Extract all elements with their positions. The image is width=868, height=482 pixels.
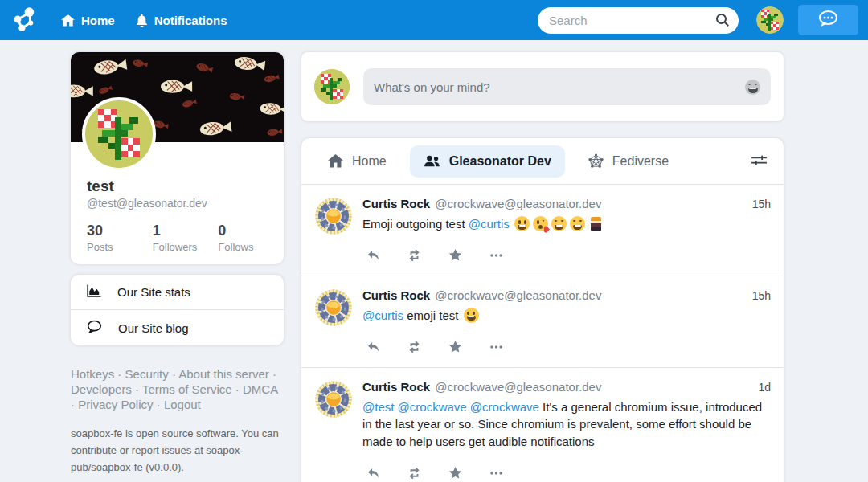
- filter-sliders-icon[interactable]: [747, 150, 771, 173]
- repost-icon: [407, 248, 422, 263]
- pixel-flower-avatar: [756, 6, 784, 34]
- repost-button[interactable]: [407, 340, 422, 354]
- more-button[interactable]: [489, 248, 504, 263]
- tab-gleasonator-dev[interactable]: Gleasonator Dev: [410, 145, 565, 178]
- ellipsis-icon: [489, 248, 504, 263]
- ellipsis-icon: [489, 340, 504, 354]
- post-timestamp[interactable]: 1d: [758, 381, 771, 394]
- footer-link-privacy-policy[interactable]: Privacy Policy: [78, 398, 153, 411]
- bell-icon: [136, 14, 148, 27]
- joy-emoji-icon[interactable]: [745, 80, 760, 95]
- chat-button[interactable]: [798, 5, 858, 35]
- compose-card: What's on your mind?: [301, 52, 784, 121]
- mention-link[interactable]: @test: [362, 400, 394, 414]
- mention-link[interactable]: @curtis: [469, 217, 510, 231]
- stat-followers[interactable]: 1 Followers: [153, 223, 219, 253]
- reply-button[interactable]: [366, 466, 381, 480]
- sidebar-footer: Hotkeys · Security · About this server ·…: [71, 366, 284, 476]
- post-body: @curtis emoji test: [362, 307, 771, 325]
- sidebar-item-label: Our Site blog: [118, 321, 189, 335]
- account-avatar[interactable]: [756, 6, 784, 34]
- stat-follows[interactable]: 0 Follows: [218, 223, 284, 253]
- chat-bubble-icon: [817, 10, 839, 31]
- post-body: Emoji outgoing test @curtis: [362, 215, 771, 233]
- star-icon: [448, 248, 463, 263]
- post-timestamp[interactable]: 15h: [752, 289, 771, 302]
- reply-button[interactable]: [366, 248, 381, 263]
- post-author-avatar[interactable]: [314, 288, 353, 327]
- post-author-avatar[interactable]: [314, 380, 353, 419]
- sidebar-item-site-stats[interactable]: Our Site stats: [71, 275, 284, 309]
- emoji-beam: [570, 216, 585, 231]
- star-icon: [448, 466, 463, 480]
- star-button[interactable]: [448, 248, 463, 263]
- profile-card: test @test@gleasonator.dev 30 Posts 1 Fo…: [71, 52, 284, 264]
- reply-icon: [366, 466, 381, 480]
- left-sidebar: test @test@gleasonator.dev 30 Posts 1 Fo…: [71, 52, 284, 476]
- compose-placeholder: What's on your mind?: [374, 80, 745, 94]
- main-column: What's on your mind? Home Gleasonator De…: [301, 52, 784, 482]
- post-author-name[interactable]: Curtis Rock: [362, 288, 430, 302]
- post-body: @test @crockwave @crockwave It's a gener…: [362, 398, 771, 451]
- post-timestamp[interactable]: 15h: [752, 198, 771, 210]
- post-author-name[interactable]: Curtis Rock: [362, 197, 430, 210]
- profile-handle: @test@gleasonator.dev: [87, 197, 284, 210]
- fediverse-star-icon: [588, 153, 604, 169]
- dolphin-ring-avatar: [314, 288, 353, 327]
- footer-link-security[interactable]: Security: [125, 367, 169, 381]
- reply-icon: [366, 340, 381, 354]
- custom-emoji-pixel-character: [591, 217, 601, 231]
- post-author-name[interactable]: Curtis Rock: [362, 380, 430, 394]
- users-group-icon: [424, 154, 440, 168]
- tab-fediverse[interactable]: Fediverse: [575, 145, 682, 178]
- post-author-avatar[interactable]: [314, 197, 353, 235]
- mention-link[interactable]: @crockwave: [470, 400, 539, 414]
- sidebar-item-label: Our Site stats: [117, 285, 190, 299]
- post: Curtis Rock @crockwave@gleasonator.dev 1…: [301, 367, 784, 482]
- stat-posts[interactable]: 30 Posts: [87, 223, 153, 253]
- profile-avatar[interactable]: [82, 97, 156, 171]
- more-button[interactable]: [489, 340, 504, 354]
- star-button[interactable]: [448, 340, 463, 354]
- nav-home-link[interactable]: Home: [61, 14, 115, 27]
- footer-link-hotkeys[interactable]: Hotkeys: [71, 367, 114, 381]
- repost-button[interactable]: [407, 248, 422, 263]
- repost-icon: [407, 466, 422, 480]
- sidebar-item-site-blog[interactable]: Our Site blog: [71, 309, 284, 345]
- repost-button[interactable]: [407, 466, 422, 480]
- emoji-kiss: [533, 216, 548, 231]
- footer-link-developers[interactable]: Developers: [71, 382, 132, 396]
- reply-button[interactable]: [366, 340, 381, 354]
- home-icon: [61, 14, 75, 27]
- more-button[interactable]: [489, 466, 504, 480]
- soapbox-logo[interactable]: [10, 5, 40, 35]
- repost-icon: [407, 340, 422, 354]
- footer-link-logout[interactable]: Logout: [164, 398, 201, 411]
- compose-avatar[interactable]: [314, 69, 350, 104]
- footer-link-about-this-server[interactable]: About this server: [178, 367, 269, 381]
- pixel-flower-avatar: [314, 69, 350, 104]
- emoji-grin: [514, 216, 530, 231]
- blog-bubble-icon: [87, 320, 102, 336]
- mention-link[interactable]: @curtis: [362, 308, 403, 322]
- search-input[interactable]: [538, 7, 739, 34]
- tab-home[interactable]: Home: [314, 145, 400, 178]
- search-icon[interactable]: [715, 13, 730, 31]
- dolphin-ring-avatar: [314, 197, 353, 235]
- home-icon: [328, 154, 343, 168]
- footer-link-dmca[interactable]: DMCA: [243, 382, 277, 396]
- timeline-tabs: Home Gleasonator Dev Fediverse: [301, 138, 784, 184]
- star-icon: [448, 340, 463, 354]
- post-actions: [362, 337, 771, 361]
- nav-notifications-link[interactable]: Notifications: [136, 14, 227, 27]
- dolphin-ring-avatar: [314, 380, 353, 419]
- star-button[interactable]: [448, 466, 463, 480]
- profile-display-name: test: [87, 178, 284, 195]
- compose-input[interactable]: What's on your mind?: [363, 68, 771, 105]
- post-actions: [362, 245, 771, 269]
- post-author-handle: @crockwave@gleasonator.dev: [435, 197, 601, 210]
- mention-link[interactable]: @crockwave: [398, 400, 467, 414]
- footer-link-terms-of-service[interactable]: Terms of Service: [142, 382, 232, 396]
- post: Curtis Rock @crockwave@gleasonator.dev 1…: [301, 276, 784, 367]
- profile-stats: 30 Posts 1 Followers 0 Follows: [87, 223, 284, 253]
